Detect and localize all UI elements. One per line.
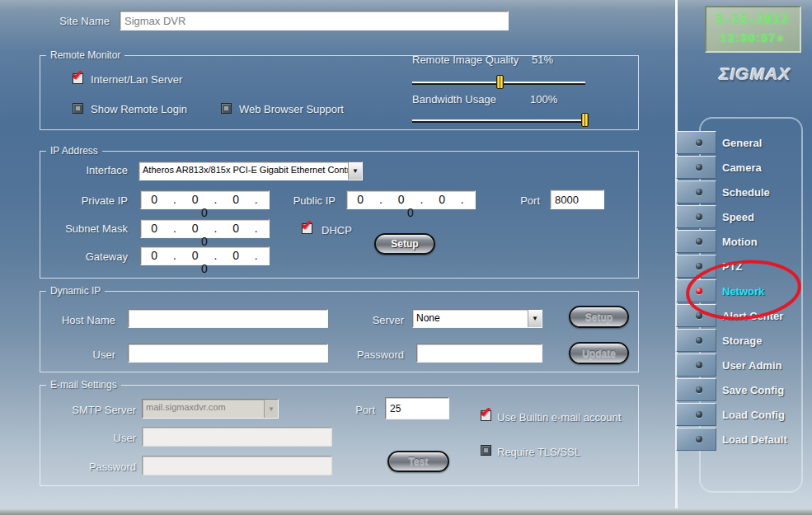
- private-ip-label: Private IP: [33, 194, 128, 207]
- led-dot-icon: [696, 164, 702, 171]
- sidebar-item-label[interactable]: User Admin: [722, 359, 781, 372]
- server-label: Server: [326, 314, 404, 326]
- sidebar-item-label[interactable]: PTZ: [722, 260, 743, 273]
- led-dot-icon: [696, 189, 702, 195]
- menu-tile[interactable]: [676, 230, 716, 253]
- checkbox-inner: [224, 106, 228, 110]
- server-dropdown[interactable]: None ▼: [412, 309, 542, 328]
- sidebar-item-label[interactable]: Storage: [722, 335, 762, 347]
- site-name-input[interactable]: [120, 11, 509, 30]
- dynamic-ip-update-button[interactable]: Update: [569, 342, 629, 364]
- sidebar-item-load-config[interactable]: Load Config: [676, 403, 812, 426]
- checkbox-inner: [76, 106, 80, 110]
- sidebar-item-label[interactable]: Speed: [722, 211, 754, 223]
- email-user-input[interactable]: [142, 427, 332, 447]
- ip-setup-button[interactable]: Setup: [374, 233, 435, 255]
- sidebar-item-user-admin[interactable]: User Admin: [676, 353, 812, 377]
- gateway-field[interactable]: 0 . 0 . 0 . 0: [140, 246, 270, 265]
- sidebar-item-label[interactable]: Schedule: [722, 186, 770, 199]
- chevron-down-icon[interactable]: ▼: [528, 310, 542, 327]
- sidebar-item-motion[interactable]: Motion: [676, 230, 812, 253]
- sidebar-item-label[interactable]: Load Default: [722, 433, 787, 446]
- sidebar-item-label[interactable]: Save Config: [722, 384, 784, 396]
- use-builtin-email-checkbox[interactable]: ✔: [481, 410, 491, 421]
- interface-label: Interface: [33, 164, 128, 176]
- sidebar-item-label[interactable]: Network: [722, 285, 764, 297]
- menu-tile[interactable]: [676, 329, 716, 352]
- sidebar-item-speed[interactable]: Speed: [676, 205, 812, 228]
- checkmark-icon: ✔: [72, 67, 83, 84]
- subnet-mask-field[interactable]: 0 . 0 . 0 . 0: [140, 219, 270, 238]
- email-settings-title: E-mail Settings: [46, 379, 121, 391]
- clock-display: 3-15-2012 12:30:57☀: [705, 6, 801, 53]
- sidebar-item-load-default[interactable]: Load Default: [676, 428, 812, 451]
- sidebar-item-label[interactable]: Motion: [722, 236, 758, 248]
- email-password-input[interactable]: [142, 456, 332, 475]
- public-ip-field[interactable]: 0 . 0 . 0 . 0: [346, 190, 476, 209]
- led-dot-icon: [696, 238, 702, 245]
- slider-thumb[interactable]: [581, 113, 589, 127]
- sidebar-item-label[interactable]: Load Config: [722, 409, 785, 421]
- internet-lan-server-label: Internet/Lan Server: [91, 73, 182, 86]
- show-remote-login-checkbox[interactable]: [73, 103, 83, 114]
- menu-tile[interactable]: [676, 131, 716, 154]
- sidebar-item-label[interactable]: Camera: [722, 162, 762, 174]
- bandwidth-usage-label: Bandwidth Usage: [412, 93, 496, 105]
- menu-tile[interactable]: [676, 279, 716, 302]
- sidebar-item-storage[interactable]: Storage: [676, 329, 812, 352]
- bandwidth-usage-slider[interactable]: [412, 119, 585, 123]
- web-browser-support-label: Web Browser Support: [239, 103, 344, 115]
- show-remote-login-label: Show Remote Login: [91, 103, 187, 115]
- menu-tile[interactable]: [676, 428, 716, 451]
- interface-dropdown[interactable]: Atheros AR813x/815x PCI-E Gigabit Ethern…: [138, 162, 363, 180]
- chevron-down-icon[interactable]: ▼: [348, 162, 362, 180]
- led-dot-icon: [696, 362, 702, 368]
- menu-tile[interactable]: [676, 205, 716, 228]
- sidebar-item-network[interactable]: Network: [676, 279, 812, 302]
- host-name-input[interactable]: [128, 309, 328, 328]
- smtp-server-dropdown[interactable]: mail.sigmaxdvr.com ▼: [142, 399, 279, 419]
- dhcp-checkbox[interactable]: ✔: [302, 223, 312, 234]
- smtp-server-value: mail.sigmaxdvr.com: [143, 400, 264, 418]
- web-browser-support-checkbox[interactable]: [221, 103, 232, 114]
- menu-tile[interactable]: [676, 180, 716, 204]
- menu-tile[interactable]: [676, 353, 716, 377]
- sidebar-item-label[interactable]: Alert Center: [722, 310, 783, 322]
- dynamic-ip-setup-button[interactable]: Setup: [569, 306, 629, 328]
- sidebar-item-save-config[interactable]: Save Config: [676, 378, 812, 401]
- sidebar-item-camera[interactable]: Camera: [676, 156, 812, 179]
- dynamic-user-input[interactable]: [128, 344, 328, 363]
- led-dot-icon: [696, 312, 702, 319]
- sidebar-item-ptz[interactable]: PTZ: [676, 255, 812, 278]
- sidebar-item-label[interactable]: General: [722, 137, 762, 149]
- email-port-input[interactable]: [385, 397, 449, 419]
- slider-thumb[interactable]: [496, 75, 504, 89]
- sidebar-item-alert-center[interactable]: Alert Center: [676, 304, 812, 327]
- remote-image-quality-slider[interactable]: [412, 82, 585, 85]
- menu-tile[interactable]: [676, 403, 716, 426]
- dynamic-password-input[interactable]: [416, 344, 542, 363]
- clock-date: 3-15-2012: [710, 11, 795, 29]
- internet-lan-server-checkbox[interactable]: ✔: [73, 73, 83, 84]
- smtp-server-label: SMTP Server: [37, 404, 136, 416]
- menu-tile[interactable]: [676, 156, 716, 179]
- require-tls-checkbox[interactable]: [481, 445, 491, 456]
- led-dot-icon: [696, 386, 702, 393]
- sidebar-item-schedule[interactable]: Schedule: [676, 180, 812, 204]
- clock-time: 12:30:57☀: [710, 29, 795, 48]
- menu-tile[interactable]: [676, 255, 716, 278]
- dynamic-ip-title: Dynamic IP: [46, 285, 105, 297]
- menu-tile[interactable]: [676, 304, 716, 327]
- subnet-mask-label: Subnet Mask: [33, 222, 128, 235]
- menu-tile[interactable]: [676, 378, 716, 401]
- sidebar-item-general[interactable]: General: [676, 131, 812, 154]
- remote-image-quality-value: 51%: [532, 54, 553, 66]
- led-dot-icon: [696, 263, 702, 269]
- email-port-label: Port: [326, 404, 375, 416]
- port-input[interactable]: [550, 190, 604, 209]
- email-test-button[interactable]: Test: [387, 451, 449, 472]
- led-dot-icon: [696, 139, 702, 146]
- sun-icon: ☀: [777, 34, 785, 44]
- led-dot-icon: [696, 436, 702, 442]
- remote-monitor-title: Remote Monitor: [46, 49, 124, 61]
